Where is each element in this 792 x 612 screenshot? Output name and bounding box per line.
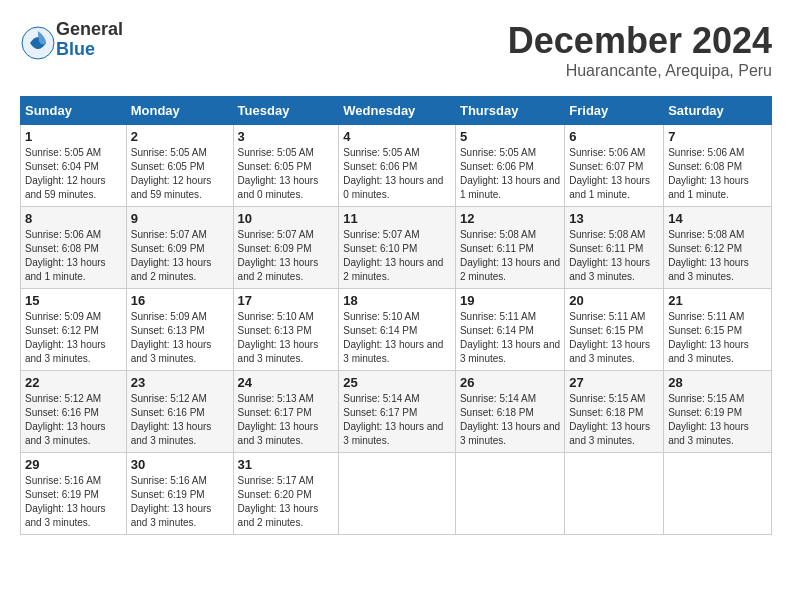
header-tuesday: Tuesday [233, 97, 339, 125]
calendar-cell: 9 Sunrise: 5:07 AM Sunset: 6:09 PM Dayli… [126, 207, 233, 289]
month-title: December 2024 [508, 20, 772, 62]
calendar-cell: 5 Sunrise: 5:05 AM Sunset: 6:06 PM Dayli… [455, 125, 564, 207]
calendar-cell: 11 Sunrise: 5:07 AM Sunset: 6:10 PM Dayl… [339, 207, 456, 289]
logo-icon [20, 25, 50, 55]
calendar-week-2: 8 Sunrise: 5:06 AM Sunset: 6:08 PM Dayli… [21, 207, 772, 289]
day-info: Sunrise: 5:11 AM Sunset: 6:14 PM Dayligh… [460, 311, 560, 364]
calendar-week-3: 15 Sunrise: 5:09 AM Sunset: 6:12 PM Dayl… [21, 289, 772, 371]
day-number: 24 [238, 375, 335, 390]
day-number: 27 [569, 375, 659, 390]
day-number: 6 [569, 129, 659, 144]
calendar-cell: 14 Sunrise: 5:08 AM Sunset: 6:12 PM Dayl… [664, 207, 772, 289]
day-info: Sunrise: 5:09 AM Sunset: 6:13 PM Dayligh… [131, 311, 212, 364]
day-number: 11 [343, 211, 451, 226]
day-info: Sunrise: 5:07 AM Sunset: 6:09 PM Dayligh… [238, 229, 319, 282]
day-info: Sunrise: 5:06 AM Sunset: 6:08 PM Dayligh… [25, 229, 106, 282]
day-number: 29 [25, 457, 122, 472]
calendar-cell: 28 Sunrise: 5:15 AM Sunset: 6:19 PM Dayl… [664, 371, 772, 453]
calendar-cell: 3 Sunrise: 5:05 AM Sunset: 6:05 PM Dayli… [233, 125, 339, 207]
logo-general: General [56, 20, 123, 40]
day-number: 8 [25, 211, 122, 226]
day-number: 16 [131, 293, 229, 308]
calendar-body: 1 Sunrise: 5:05 AM Sunset: 6:04 PM Dayli… [21, 125, 772, 535]
day-number: 17 [238, 293, 335, 308]
header-thursday: Thursday [455, 97, 564, 125]
day-info: Sunrise: 5:05 AM Sunset: 6:05 PM Dayligh… [238, 147, 319, 200]
calendar-cell: 23 Sunrise: 5:12 AM Sunset: 6:16 PM Dayl… [126, 371, 233, 453]
calendar-cell: 12 Sunrise: 5:08 AM Sunset: 6:11 PM Dayl… [455, 207, 564, 289]
logo: General Blue [20, 20, 123, 60]
calendar-week-1: 1 Sunrise: 5:05 AM Sunset: 6:04 PM Dayli… [21, 125, 772, 207]
day-info: Sunrise: 5:15 AM Sunset: 6:18 PM Dayligh… [569, 393, 650, 446]
calendar-cell: 2 Sunrise: 5:05 AM Sunset: 6:05 PM Dayli… [126, 125, 233, 207]
calendar-cell: 13 Sunrise: 5:08 AM Sunset: 6:11 PM Dayl… [565, 207, 664, 289]
day-info: Sunrise: 5:05 AM Sunset: 6:06 PM Dayligh… [460, 147, 560, 200]
day-info: Sunrise: 5:06 AM Sunset: 6:07 PM Dayligh… [569, 147, 650, 200]
day-info: Sunrise: 5:08 AM Sunset: 6:11 PM Dayligh… [460, 229, 560, 282]
header-friday: Friday [565, 97, 664, 125]
day-info: Sunrise: 5:10 AM Sunset: 6:14 PM Dayligh… [343, 311, 443, 364]
day-number: 31 [238, 457, 335, 472]
header-wednesday: Wednesday [339, 97, 456, 125]
day-number: 21 [668, 293, 767, 308]
day-info: Sunrise: 5:13 AM Sunset: 6:17 PM Dayligh… [238, 393, 319, 446]
day-number: 5 [460, 129, 560, 144]
day-number: 26 [460, 375, 560, 390]
calendar-cell: 30 Sunrise: 5:16 AM Sunset: 6:19 PM Dayl… [126, 453, 233, 535]
calendar-cell: 18 Sunrise: 5:10 AM Sunset: 6:14 PM Dayl… [339, 289, 456, 371]
calendar-cell [565, 453, 664, 535]
day-number: 2 [131, 129, 229, 144]
day-number: 9 [131, 211, 229, 226]
calendar-cell [339, 453, 456, 535]
calendar-cell: 7 Sunrise: 5:06 AM Sunset: 6:08 PM Dayli… [664, 125, 772, 207]
title-block: December 2024 Huarancante, Arequipa, Per… [508, 20, 772, 80]
day-info: Sunrise: 5:16 AM Sunset: 6:19 PM Dayligh… [131, 475, 212, 528]
day-info: Sunrise: 5:12 AM Sunset: 6:16 PM Dayligh… [131, 393, 212, 446]
day-info: Sunrise: 5:07 AM Sunset: 6:09 PM Dayligh… [131, 229, 212, 282]
header-monday: Monday [126, 97, 233, 125]
calendar-cell: 16 Sunrise: 5:09 AM Sunset: 6:13 PM Dayl… [126, 289, 233, 371]
header-saturday: Saturday [664, 97, 772, 125]
day-info: Sunrise: 5:17 AM Sunset: 6:20 PM Dayligh… [238, 475, 319, 528]
day-info: Sunrise: 5:05 AM Sunset: 6:05 PM Dayligh… [131, 147, 212, 200]
calendar-cell: 10 Sunrise: 5:07 AM Sunset: 6:09 PM Dayl… [233, 207, 339, 289]
calendar-cell: 6 Sunrise: 5:06 AM Sunset: 6:07 PM Dayli… [565, 125, 664, 207]
day-info: Sunrise: 5:12 AM Sunset: 6:16 PM Dayligh… [25, 393, 106, 446]
day-number: 25 [343, 375, 451, 390]
logo-blue: Blue [56, 40, 123, 60]
calendar-cell: 22 Sunrise: 5:12 AM Sunset: 6:16 PM Dayl… [21, 371, 127, 453]
calendar-week-4: 22 Sunrise: 5:12 AM Sunset: 6:16 PM Dayl… [21, 371, 772, 453]
calendar-cell: 15 Sunrise: 5:09 AM Sunset: 6:12 PM Dayl… [21, 289, 127, 371]
day-number: 4 [343, 129, 451, 144]
calendar-header: Sunday Monday Tuesday Wednesday Thursday… [21, 97, 772, 125]
calendar-cell: 17 Sunrise: 5:10 AM Sunset: 6:13 PM Dayl… [233, 289, 339, 371]
day-info: Sunrise: 5:10 AM Sunset: 6:13 PM Dayligh… [238, 311, 319, 364]
day-number: 28 [668, 375, 767, 390]
day-number: 13 [569, 211, 659, 226]
day-info: Sunrise: 5:05 AM Sunset: 6:06 PM Dayligh… [343, 147, 443, 200]
day-info: Sunrise: 5:05 AM Sunset: 6:04 PM Dayligh… [25, 147, 106, 200]
header-row: Sunday Monday Tuesday Wednesday Thursday… [21, 97, 772, 125]
day-number: 20 [569, 293, 659, 308]
day-number: 3 [238, 129, 335, 144]
calendar-cell: 4 Sunrise: 5:05 AM Sunset: 6:06 PM Dayli… [339, 125, 456, 207]
day-number: 23 [131, 375, 229, 390]
calendar-table: Sunday Monday Tuesday Wednesday Thursday… [20, 96, 772, 535]
calendar-cell: 20 Sunrise: 5:11 AM Sunset: 6:15 PM Dayl… [565, 289, 664, 371]
day-info: Sunrise: 5:11 AM Sunset: 6:15 PM Dayligh… [668, 311, 749, 364]
page-header: General Blue December 2024 Huarancante, … [20, 20, 772, 80]
day-number: 12 [460, 211, 560, 226]
calendar-cell: 27 Sunrise: 5:15 AM Sunset: 6:18 PM Dayl… [565, 371, 664, 453]
day-number: 10 [238, 211, 335, 226]
day-info: Sunrise: 5:08 AM Sunset: 6:12 PM Dayligh… [668, 229, 749, 282]
day-number: 22 [25, 375, 122, 390]
logo-text: General Blue [56, 20, 123, 60]
day-number: 18 [343, 293, 451, 308]
calendar-cell: 29 Sunrise: 5:16 AM Sunset: 6:19 PM Dayl… [21, 453, 127, 535]
day-info: Sunrise: 5:11 AM Sunset: 6:15 PM Dayligh… [569, 311, 650, 364]
calendar-cell: 8 Sunrise: 5:06 AM Sunset: 6:08 PM Dayli… [21, 207, 127, 289]
calendar-cell: 25 Sunrise: 5:14 AM Sunset: 6:17 PM Dayl… [339, 371, 456, 453]
calendar-cell: 1 Sunrise: 5:05 AM Sunset: 6:04 PM Dayli… [21, 125, 127, 207]
day-number: 14 [668, 211, 767, 226]
day-info: Sunrise: 5:16 AM Sunset: 6:19 PM Dayligh… [25, 475, 106, 528]
